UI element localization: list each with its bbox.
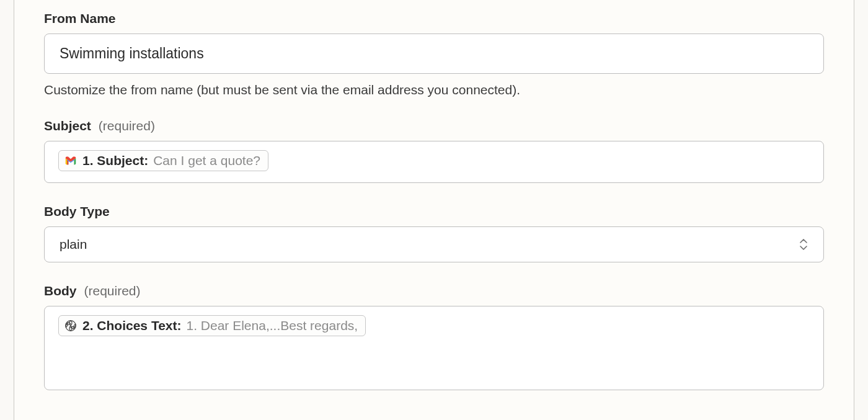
body-pill-label: 2. Choices Text: — [82, 318, 182, 333]
subject-pill[interactable]: 1. Subject: Can I get a quote? — [58, 150, 268, 171]
openai-icon — [64, 319, 78, 333]
subject-label: Subject (required) — [44, 118, 824, 133]
panel-border-right — [854, 0, 854, 420]
body-label: Body (required) — [44, 284, 824, 298]
body-group: Body (required) 2. Choices Text: 1. Dear… — [44, 284, 824, 390]
body-type-label: Body Type — [44, 204, 824, 219]
from-name-group: From Name Customize the from name (but m… — [44, 11, 824, 97]
subject-input[interactable]: 1. Subject: Can I get a quote? — [44, 141, 824, 183]
subject-required-text: (required) — [99, 118, 155, 133]
body-type-value: plain — [60, 237, 87, 252]
form-area: From Name Customize the from name (but m… — [14, 0, 854, 420]
subject-group: Subject (required) 1. Subject: Can I get… — [44, 118, 824, 183]
gmail-icon — [64, 154, 78, 168]
from-name-label-text: From Name — [44, 11, 116, 26]
body-type-select[interactable]: plain — [44, 226, 824, 262]
body-required-text: (required) — [84, 284, 141, 298]
from-name-helper: Customize the from name (but must be sen… — [44, 83, 824, 97]
subject-pill-value: Can I get a quote? — [153, 153, 260, 168]
body-input[interactable]: 2. Choices Text: 1. Dear Elena,...Best r… — [44, 306, 824, 390]
chevron-up-down-icon — [799, 237, 808, 252]
from-name-label: From Name — [44, 11, 824, 26]
subject-label-text: Subject — [44, 118, 91, 133]
body-label-text: Body — [44, 284, 77, 298]
body-type-group: Body Type plain — [44, 204, 824, 262]
body-pill[interactable]: 2. Choices Text: 1. Dear Elena,...Best r… — [58, 315, 366, 336]
subject-pill-label: 1. Subject: — [82, 153, 148, 168]
from-name-input[interactable] — [44, 34, 824, 74]
body-pill-value: 1. Dear Elena,...Best regards, — [187, 318, 358, 333]
body-type-label-text: Body Type — [44, 204, 110, 219]
